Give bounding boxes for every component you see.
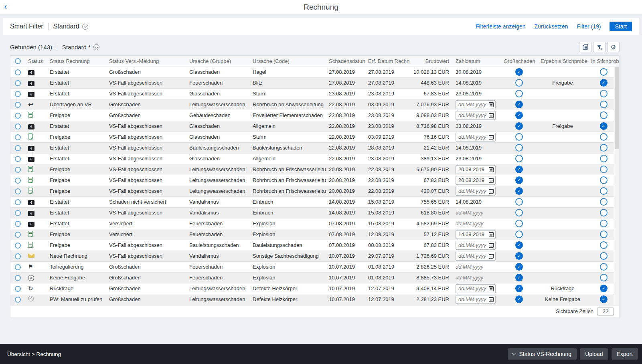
scrollbar-thumb[interactable] — [615, 67, 619, 149]
zahldatum-field[interactable] — [458, 296, 489, 302]
in-stichprobe-toggle[interactable] — [600, 111, 608, 119]
calendar-icon[interactable] — [489, 286, 494, 291]
table-row[interactable]: €ErstattetSchaden nicht versichertVandal… — [10, 196, 619, 207]
row-select-radio[interactable] — [15, 80, 21, 86]
filters-link[interactable]: Filter (19) — [577, 23, 601, 30]
zahldatum-field[interactable] — [458, 242, 489, 248]
export-button[interactable]: Export — [612, 348, 638, 360]
calendar-icon[interactable] — [489, 297, 494, 302]
grossschaden-toggle[interactable]: ✓ — [515, 176, 523, 184]
filter-variant-select[interactable]: Standard — [53, 23, 88, 30]
status-vs-rechnung-button[interactable]: Status VS-Rechnung — [508, 348, 577, 360]
col-in-stichprobe[interactable]: In Stichprobe — [588, 56, 619, 67]
row-select-radio[interactable] — [15, 243, 21, 249]
zahldatum-input[interactable] — [456, 111, 496, 120]
calendar-icon[interactable] — [489, 232, 494, 237]
row-select-radio[interactable] — [15, 210, 21, 216]
calendar-icon[interactable] — [489, 102, 494, 107]
col-status[interactable]: Status — [25, 56, 47, 67]
grossschaden-toggle[interactable]: ✓ — [515, 263, 523, 271]
row-select-radio[interactable] — [15, 221, 21, 227]
zahldatum-input[interactable] — [456, 133, 496, 142]
row-select-radio[interactable] — [15, 145, 21, 151]
table-row[interactable]: €ErstattetVS-Fall abgeschlossenFeuerscha… — [10, 77, 619, 88]
calendar-icon[interactable] — [489, 243, 494, 248]
table-row[interactable]: FreigabeVS-Fall abgeschlossenGlasschaden… — [10, 131, 619, 142]
row-select-radio[interactable] — [15, 188, 21, 194]
grossschaden-toggle[interactable]: ✓ — [515, 101, 523, 108]
in-stichprobe-toggle[interactable] — [600, 68, 608, 76]
zahldatum-input[interactable] — [456, 241, 496, 250]
in-stichprobe-toggle[interactable]: ✓ — [600, 295, 608, 303]
table-row[interactable]: Neue RechnungVS-Fall abgeschlossenVandal… — [10, 251, 619, 261]
grossschaden-toggle[interactable] — [515, 231, 523, 238]
row-select-radio[interactable] — [15, 178, 21, 184]
zahldatum-field[interactable] — [458, 188, 489, 194]
in-stichprobe-toggle[interactable] — [600, 241, 608, 249]
in-stichprobe-toggle[interactable] — [600, 176, 608, 184]
zahldatum-field[interactable] — [458, 112, 489, 118]
grossschaden-toggle[interactable]: ✓ — [515, 274, 523, 281]
calendar-icon[interactable] — [489, 135, 494, 140]
zahldatum-input[interactable] — [456, 187, 496, 196]
zahldatum-field[interactable] — [458, 231, 489, 237]
col-ergebnis-stichprobe[interactable]: Ergebnis Stichprobe — [537, 56, 588, 67]
grossschaden-toggle[interactable]: ✓ — [515, 252, 523, 260]
row-select-radio[interactable] — [15, 167, 21, 173]
row-select-radio[interactable] — [15, 232, 21, 238]
zahldatum-input[interactable] — [456, 165, 496, 174]
grossschaden-toggle[interactable] — [515, 198, 523, 206]
table-variant-select[interactable]: Standard * — [62, 44, 99, 51]
in-stichprobe-toggle[interactable] — [600, 220, 608, 227]
calendar-icon[interactable] — [489, 254, 494, 259]
row-select-radio[interactable] — [15, 275, 21, 281]
col-ursache-gruppe[interactable]: Ursache (Gruppe) — [186, 56, 249, 67]
in-stichprobe-toggle[interactable] — [600, 263, 608, 271]
zahldatum-field[interactable] — [458, 177, 489, 183]
grossschaden-toggle[interactable] — [515, 220, 523, 227]
grossschaden-toggle[interactable]: ✓ — [515, 295, 523, 303]
grossschaden-toggle[interactable] — [515, 79, 523, 87]
row-select-radio[interactable] — [15, 102, 21, 108]
calendar-icon[interactable] — [489, 167, 494, 172]
in-stichprobe-toggle[interactable] — [600, 209, 608, 216]
table-row[interactable]: €ErstattetVS-Fall abgeschlossenBauleistu… — [10, 142, 619, 153]
in-stichprobe-toggle[interactable]: ✓ — [600, 122, 608, 130]
table-row[interactable]: PW: Manuell zu prüfenGroßschadenLeitungs… — [10, 294, 619, 305]
in-stichprobe-toggle[interactable] — [600, 101, 608, 108]
grossschaden-toggle[interactable] — [515, 155, 523, 162]
table-row[interactable]: FreigabeGroßschadenGebäudeschadenErweite… — [10, 110, 619, 121]
in-stichprobe-toggle[interactable] — [600, 133, 608, 141]
grossschaden-toggle[interactable]: ✓ — [515, 285, 523, 292]
zahldatum-input[interactable] — [456, 252, 496, 261]
col-zahldatum[interactable]: Zahldatum — [452, 56, 500, 67]
grossschaden-toggle[interactable]: ✓ — [515, 68, 523, 76]
zahldatum-input[interactable] — [456, 100, 496, 109]
col-status-vs-meldung[interactable]: Status Vers.-Meldung — [106, 56, 186, 67]
zahldatum-input[interactable] — [456, 284, 496, 293]
grossschaden-toggle[interactable]: ✓ — [515, 187, 523, 195]
in-stichprobe-toggle[interactable]: ✓ — [600, 79, 608, 87]
zahldatum-input[interactable] — [456, 295, 496, 304]
table-row[interactable]: FreigabeVS-Fall abgeschlossenBauleistung… — [10, 240, 619, 251]
zahldatum-field[interactable] — [458, 134, 489, 140]
back-icon[interactable]: ‹ — [4, 2, 7, 12]
table-row[interactable]: €ErstattetVersichertFeuerschadenExplosio… — [10, 218, 619, 229]
row-select-radio[interactable] — [15, 134, 21, 140]
zahldatum-input[interactable] — [456, 230, 496, 239]
clear-filter-button[interactable]: x — [593, 42, 606, 52]
in-stichprobe-toggle[interactable] — [600, 144, 608, 152]
col-schadensdatum[interactable]: Schadensdatum — [326, 56, 365, 67]
row-select-radio[interactable] — [15, 253, 21, 259]
zahldatum-field[interactable] — [458, 285, 489, 291]
table-row[interactable]: ↩Übertragen an VRGroßschadenLeitungswass… — [10, 99, 619, 110]
calendar-icon[interactable] — [489, 178, 494, 183]
col-bruttowert[interactable]: Bruttowert — [410, 56, 452, 67]
table-row[interactable]: FreigabeVersichertFeuerschadenExplosion0… — [10, 229, 619, 240]
calendar-icon[interactable] — [489, 113, 494, 118]
table-row[interactable]: FreigabeVS-Fall abgeschlossenLeitungswas… — [10, 186, 619, 196]
table-row[interactable]: €ErstattetGroßschadenGlasschadenHagel27.… — [10, 67, 619, 77]
row-select-radio[interactable] — [15, 199, 21, 205]
in-stichprobe-toggle[interactable] — [600, 187, 608, 195]
export-spreadsheet-button[interactable] — [579, 42, 591, 52]
